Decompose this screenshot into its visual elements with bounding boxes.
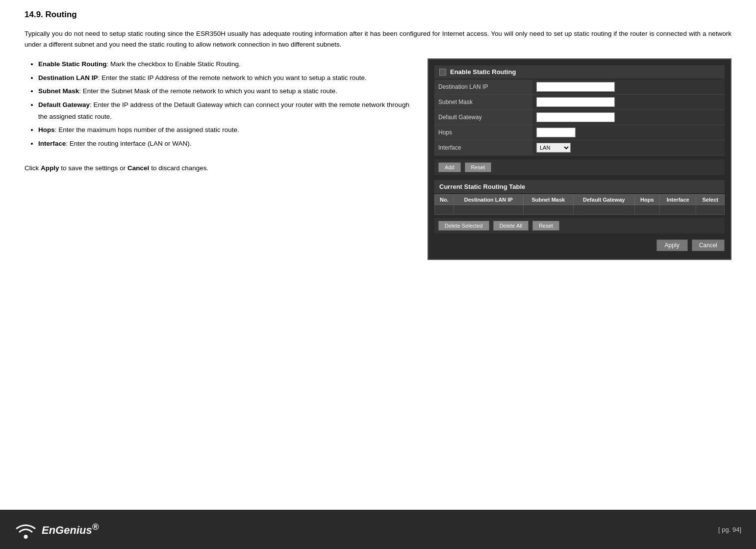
col-no: No. bbox=[435, 195, 454, 205]
form-row-hops: Hops bbox=[434, 125, 725, 140]
term-destination-lan: Destination LAN IP bbox=[38, 74, 98, 81]
subnet-mask-label: Subnet Mask bbox=[434, 95, 532, 110]
term-interface: Interface bbox=[38, 140, 66, 147]
term-default-gateway: Default Gateway bbox=[38, 101, 90, 108]
registered-mark: ® bbox=[92, 522, 99, 532]
section-title: 14.9. Routing bbox=[25, 10, 731, 20]
destination-lan-input[interactable] bbox=[536, 82, 615, 92]
form-row-gateway: Default Gateway bbox=[434, 110, 725, 125]
wifi-logo-icon bbox=[15, 520, 37, 539]
destination-lan-label: Destination LAN IP bbox=[434, 79, 532, 95]
intro-paragraph: Typically you do not need to setup stati… bbox=[25, 28, 731, 50]
col-hops: Hops bbox=[634, 195, 659, 205]
cancel-button[interactable]: Cancel bbox=[692, 239, 725, 251]
default-gateway-label: Default Gateway bbox=[434, 110, 532, 125]
interface-cell: LAN WAN bbox=[532, 140, 725, 156]
enable-static-checkbox[interactable] bbox=[439, 69, 446, 76]
svg-point-0 bbox=[24, 535, 28, 539]
form-row-subnet: Subnet Mask bbox=[434, 95, 725, 110]
hops-cell bbox=[532, 125, 725, 140]
list-item: Subnet Mask: Enter the Subnet Mask of th… bbox=[38, 85, 413, 97]
cancel-reference: Cancel bbox=[127, 164, 149, 172]
hops-input[interactable] bbox=[536, 128, 576, 137]
list-item: Hops: Enter the maximum hops number of t… bbox=[38, 124, 413, 136]
subnet-mask-cell bbox=[532, 95, 725, 110]
hops-label: Hops bbox=[434, 125, 532, 140]
col-gateway: Default Gateway bbox=[573, 195, 634, 205]
enable-static-label: Enable Static Routing bbox=[450, 68, 516, 76]
list-item: Destination LAN IP: Enter the static IP … bbox=[38, 72, 413, 84]
engenius-logo: EnGenius® bbox=[15, 520, 99, 539]
add-reset-row: Add Reset bbox=[434, 159, 725, 175]
router-ui-panel: Enable Static Routing Destination LAN IP… bbox=[428, 58, 731, 260]
page-number: [ pg. 94] bbox=[718, 526, 741, 533]
apply-reference: Apply bbox=[41, 164, 59, 172]
routing-table-title: Current Static Routing Table bbox=[434, 180, 725, 193]
delete-all-button[interactable]: Delete All bbox=[493, 221, 529, 231]
panel-header: Enable Static Routing bbox=[434, 65, 725, 78]
col-subnet: Subnet Mask bbox=[523, 195, 573, 205]
col-destination: Destination LAN IP bbox=[454, 195, 523, 205]
apply-button[interactable]: Apply bbox=[656, 239, 688, 251]
delete-selected-button[interactable]: Delete Selected bbox=[438, 221, 489, 231]
routing-form-table: Destination LAN IP Subnet Mask Default G… bbox=[434, 79, 725, 156]
col-interface: Interface bbox=[659, 195, 696, 205]
form-row-destination: Destination LAN IP bbox=[434, 79, 725, 95]
list-item: Enable Static Routing: Mark the checkbox… bbox=[38, 58, 413, 70]
page-footer: EnGenius® [ pg. 94] bbox=[0, 510, 756, 549]
default-gateway-cell bbox=[532, 110, 725, 125]
default-gateway-input[interactable] bbox=[536, 112, 615, 122]
feature-list: Enable Static Routing: Mark the checkbox… bbox=[25, 58, 413, 149]
list-item: Interface: Enter the routing interface (… bbox=[38, 138, 413, 150]
term-enable-static: Enable Static Routing bbox=[38, 60, 107, 68]
interface-select[interactable]: LAN WAN bbox=[536, 143, 571, 153]
table-header-row: No. Destination LAN IP Subnet Mask Defau… bbox=[435, 195, 725, 205]
reset-button-1[interactable]: Reset bbox=[465, 162, 492, 172]
brand-name: EnGenius® bbox=[42, 522, 99, 537]
interface-label: Interface bbox=[434, 140, 532, 156]
table-row bbox=[435, 205, 725, 215]
col-select: Select bbox=[696, 195, 725, 205]
destination-lan-cell bbox=[532, 79, 725, 95]
routing-table: No. Destination LAN IP Subnet Mask Defau… bbox=[434, 194, 725, 215]
form-row-interface: Interface LAN WAN bbox=[434, 140, 725, 156]
subnet-mask-input[interactable] bbox=[536, 97, 615, 107]
action-row: Apply Cancel bbox=[434, 237, 725, 253]
list-item: Default Gateway: Enter the IP address of… bbox=[38, 99, 413, 122]
term-hops: Hops bbox=[38, 126, 55, 133]
table-btn-row: Delete Selected Delete All Reset bbox=[434, 218, 725, 234]
term-subnet-mask: Subnet Mask bbox=[38, 87, 79, 95]
click-note: Click Apply to save the settings or Canc… bbox=[25, 164, 413, 172]
reset-button-2[interactable]: Reset bbox=[532, 221, 559, 231]
add-button[interactable]: Add bbox=[438, 162, 461, 172]
